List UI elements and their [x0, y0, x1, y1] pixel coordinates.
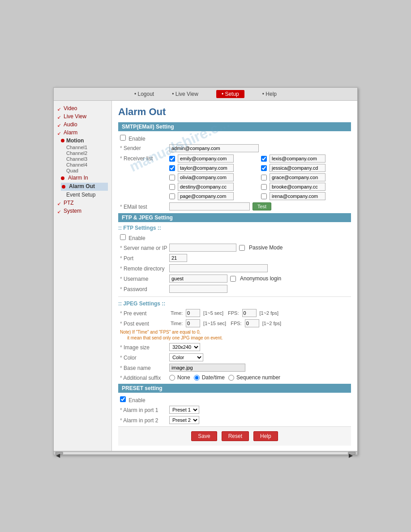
sidebar-quad[interactable]: Quad	[57, 168, 108, 173]
color-select[interactable]: Color Grayscale	[169, 353, 203, 361]
receiver-check-9[interactable]	[261, 193, 267, 199]
nav-help[interactable]: Help	[262, 91, 277, 97]
receiver-item-2	[169, 164, 257, 172]
receiver-check-7[interactable]	[261, 184, 267, 190]
receiver-input-0[interactable]	[178, 154, 234, 163]
suffix-none-option[interactable]: None	[169, 374, 190, 381]
server-input[interactable]	[169, 244, 236, 252]
suffix-sequence-option[interactable]: Sequence number	[228, 374, 280, 381]
receiver-input-2[interactable]	[178, 164, 234, 172]
pre-fps-range: [1~2 fps]	[260, 310, 279, 316]
sidebar-item-ptz[interactable]: PTZ	[62, 200, 74, 206]
post-time-label: Time:	[171, 321, 183, 326]
suffix-label: Additional suffix	[120, 374, 169, 381]
sidebar-alarmout[interactable]: Alarm Out	[67, 183, 95, 189]
smtp-sender-input[interactable]	[169, 144, 259, 152]
suffix-datetime-radio[interactable]	[194, 375, 200, 381]
receiver-check-6[interactable]	[169, 184, 175, 190]
password-input[interactable]	[169, 285, 227, 293]
receiver-check-1[interactable]	[261, 156, 267, 162]
sidebar-item-liveview[interactable]: Live View	[62, 113, 86, 120]
receiver-item-9	[261, 192, 349, 200]
preset-enable-label: Enable	[120, 395, 169, 403]
anon-login-checkbox[interactable]	[230, 276, 236, 282]
image-size-select[interactable]: 320x240 640x480	[169, 343, 200, 351]
receiver-input-4[interactable]	[178, 173, 234, 181]
post-time-range: [1~15 sec]	[203, 321, 226, 326]
port2-select[interactable]: Preset 1 Preset 2 Preset 3 Preset 4	[169, 416, 199, 424]
sidebar-item-video[interactable]: Video	[62, 105, 77, 112]
receiver-check-2[interactable]	[169, 165, 175, 171]
username-input[interactable]	[169, 275, 227, 283]
sidebar-item-alarm[interactable]: Alarm	[62, 129, 77, 136]
sidebar-item-system[interactable]: System	[62, 208, 81, 214]
suffix-none-radio[interactable]	[169, 375, 175, 381]
anon-login-label: Anonymous login	[240, 275, 281, 282]
scroll-left-arrow[interactable]: ◀	[56, 452, 63, 455]
receiver-input-1[interactable]	[270, 154, 325, 163]
receiver-check-4[interactable]	[169, 175, 175, 180]
port-label: Port	[120, 254, 169, 262]
receiver-item-8	[169, 192, 257, 200]
page-title: Alarm Out	[118, 106, 351, 118]
receiver-input-5[interactable]	[270, 173, 325, 181]
color-label: Color	[120, 354, 169, 361]
post-time-input[interactable]	[186, 319, 200, 327]
receiver-item-7	[261, 183, 349, 191]
receiver-item-4	[169, 173, 257, 181]
preset-enable-checkbox[interactable]	[120, 396, 126, 402]
passive-mode-checkbox[interactable]	[239, 245, 245, 251]
pre-fps-input[interactable]	[242, 309, 257, 317]
email-test-label: EMail test	[120, 203, 169, 210]
sidebar-eventsetup[interactable]: Event Setup	[66, 192, 95, 198]
ftp-enable-checkbox[interactable]	[120, 234, 126, 240]
top-nav: Logout Live View Setup Help	[54, 88, 357, 101]
receiver-input-9[interactable]	[270, 192, 325, 200]
sidebar-channel1[interactable]: Channel1	[57, 145, 108, 150]
receiver-check-0[interactable]	[169, 156, 175, 162]
receiver-input-8[interactable]	[178, 192, 234, 200]
receiver-check-5[interactable]	[261, 175, 267, 180]
test-button[interactable]: Test	[253, 202, 271, 210]
post-fps-input[interactable]	[245, 319, 259, 327]
password-label: Password	[120, 285, 169, 292]
receiver-check-3[interactable]	[261, 165, 267, 171]
receiver-check-8[interactable]	[169, 193, 175, 199]
port-input[interactable]	[169, 254, 187, 262]
receiver-item-0	[169, 154, 257, 163]
suffix-datetime-option[interactable]: Date/time	[194, 374, 225, 381]
help-button[interactable]: Help	[253, 431, 278, 441]
suffix-sequence-radio[interactable]	[228, 375, 234, 381]
sidebar-channel2[interactable]: Channel2	[57, 150, 108, 156]
sidebar-alarmin[interactable]: Alarm In	[66, 175, 88, 181]
sidebar-channel3[interactable]: Channel3	[57, 156, 108, 162]
pre-time-input[interactable]	[186, 309, 200, 317]
server-label: Server name or IP	[120, 244, 169, 251]
email-test-input[interactable]	[169, 202, 250, 210]
receiver-input-7[interactable]	[270, 183, 325, 191]
sidebar-channel4[interactable]: Channel4	[57, 162, 108, 167]
nav-logout[interactable]: Logout	[134, 91, 154, 97]
remote-dir-input[interactable]	[169, 264, 268, 272]
nav-setup[interactable]: Setup	[216, 90, 244, 98]
port1-select[interactable]: Preset 1 Preset 2 Preset 3 Preset 4	[169, 406, 199, 414]
image-size-label: Image size	[120, 343, 169, 351]
save-button[interactable]: Save	[191, 431, 217, 441]
nav-liveview[interactable]: Live View	[172, 91, 198, 97]
scrollbar-area: ◀ ▶	[54, 451, 357, 455]
port2-label: Alarm in port 2	[120, 416, 169, 424]
pre-time-label: Time:	[171, 310, 183, 316]
receiver-input-3[interactable]	[270, 164, 325, 172]
scrollbar-track[interactable]	[64, 452, 347, 454]
passive-mode-label: Passive Mode	[249, 245, 283, 251]
main-panel: Alarm Out SMTP(EMail) Setting Enable Sen…	[112, 101, 357, 451]
receiver-item-1	[261, 154, 349, 163]
sidebar-item-audio[interactable]: Audio	[62, 121, 77, 128]
smtp-enable-checkbox[interactable]	[120, 135, 126, 141]
scroll-right-arrow[interactable]: ▶	[348, 452, 355, 455]
receiver-item-6	[169, 183, 257, 191]
ftp-section-header: FTP & JPEG Setting	[118, 213, 351, 222]
reset-button[interactable]: Reset	[222, 431, 249, 441]
receiver-input-6[interactable]	[178, 183, 234, 191]
basename-input[interactable]	[169, 364, 245, 372]
